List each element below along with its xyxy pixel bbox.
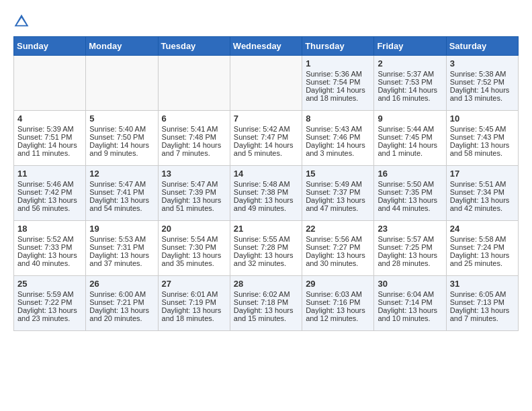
- day-info: and 12 minutes.: [306, 314, 370, 322]
- calendar-week-row: 1Sunrise: 5:36 AMSunset: 7:54 PMDaylight…: [14, 56, 519, 111]
- day-info: Sunrise: 5:36 AM: [306, 70, 370, 78]
- day-number: 3: [450, 58, 515, 68]
- day-info: and 9 minutes.: [89, 149, 154, 157]
- day-info: Daylight: 13 hours: [450, 251, 515, 259]
- day-info: Sunrise: 5:41 AM: [162, 125, 226, 133]
- calendar-cell: 22Sunrise: 5:56 AMSunset: 7:27 PMDayligh…: [302, 221, 374, 276]
- day-number: 16: [378, 169, 442, 179]
- day-info: Sunset: 7:48 PM: [162, 133, 226, 141]
- day-info: Sunset: 7:51 PM: [17, 133, 82, 141]
- day-info: Sunrise: 5:37 AM: [378, 70, 442, 78]
- day-info: Sunset: 7:52 PM: [450, 78, 515, 86]
- day-info: Daylight: 13 hours: [162, 251, 226, 259]
- calendar-header-row: SundayMondayTuesdayWednesdayThursdayFrid…: [14, 37, 519, 56]
- day-info: Daylight: 13 hours: [234, 251, 298, 259]
- calendar-cell: 1Sunrise: 5:36 AMSunset: 7:54 PMDaylight…: [302, 56, 374, 111]
- day-info: Daylight: 13 hours: [162, 196, 226, 204]
- day-info: and 32 minutes.: [234, 259, 298, 267]
- calendar-cell: [86, 56, 158, 111]
- day-info: Sunrise: 5:59 AM: [17, 290, 82, 298]
- weekday-header: Saturday: [446, 37, 518, 56]
- day-info: Sunrise: 5:58 AM: [450, 235, 515, 243]
- day-info: and 11 minutes.: [17, 149, 82, 157]
- day-info: Sunrise: 5:55 AM: [234, 235, 298, 243]
- day-info: and 30 minutes.: [306, 259, 370, 267]
- day-info: Sunrise: 6:01 AM: [162, 290, 226, 298]
- day-number: 2: [378, 58, 442, 68]
- day-info: Sunrise: 5:48 AM: [234, 180, 298, 188]
- calendar-cell: 4Sunrise: 5:39 AMSunset: 7:51 PMDaylight…: [14, 111, 86, 166]
- day-info: Sunrise: 5:54 AM: [162, 235, 226, 243]
- calendar-cell: [158, 56, 230, 111]
- day-info: and 28 minutes.: [378, 259, 442, 267]
- day-info: Daylight: 13 hours: [89, 306, 154, 314]
- day-info: Daylight: 13 hours: [378, 196, 442, 204]
- logo-icon: [13, 13, 30, 30]
- day-number: 27: [162, 279, 226, 289]
- day-info: Sunset: 7:50 PM: [89, 133, 154, 141]
- calendar-cell: 23Sunrise: 5:57 AMSunset: 7:25 PMDayligh…: [374, 221, 446, 276]
- day-info: Sunrise: 5:46 AM: [17, 180, 82, 188]
- day-info: Sunrise: 5:56 AM: [306, 235, 370, 243]
- day-info: Daylight: 13 hours: [17, 196, 82, 204]
- day-info: Sunrise: 5:47 AM: [162, 180, 226, 188]
- day-info: Sunset: 7:45 PM: [378, 133, 442, 141]
- day-number: 18: [17, 224, 82, 234]
- calendar-cell: 25Sunrise: 5:59 AMSunset: 7:22 PMDayligh…: [14, 276, 86, 331]
- day-info: and 5 minutes.: [234, 149, 298, 157]
- day-info: and 1 minute.: [378, 149, 442, 157]
- day-info: Daylight: 13 hours: [234, 196, 298, 204]
- day-info: Sunrise: 5:45 AM: [450, 125, 515, 133]
- day-number: 14: [234, 169, 298, 179]
- day-info: and 10 minutes.: [378, 314, 442, 322]
- day-info: Daylight: 13 hours: [450, 141, 515, 149]
- calendar-cell: 20Sunrise: 5:54 AMSunset: 7:30 PMDayligh…: [158, 221, 230, 276]
- day-number: 20: [162, 224, 226, 234]
- calendar-week-row: 25Sunrise: 5:59 AMSunset: 7:22 PMDayligh…: [14, 276, 519, 331]
- day-info: Sunrise: 6:04 AM: [378, 290, 442, 298]
- calendar-cell: 26Sunrise: 6:00 AMSunset: 7:21 PMDayligh…: [86, 276, 158, 331]
- day-number: 15: [306, 169, 370, 179]
- day-info: Sunset: 7:37 PM: [306, 188, 370, 196]
- day-info: and 20 minutes.: [89, 314, 154, 322]
- day-info: and 25 minutes.: [450, 259, 515, 267]
- day-info: and 18 minutes.: [306, 94, 370, 102]
- day-info: and 7 minutes.: [162, 149, 226, 157]
- day-number: 23: [378, 224, 442, 234]
- day-info: Sunset: 7:13 PM: [450, 298, 515, 306]
- calendar-cell: 7Sunrise: 5:42 AMSunset: 7:47 PMDaylight…: [230, 111, 302, 166]
- day-number: 22: [306, 224, 370, 234]
- day-info: Sunrise: 6:02 AM: [234, 290, 298, 298]
- day-info: Daylight: 13 hours: [306, 306, 370, 314]
- calendar-cell: [230, 56, 302, 111]
- calendar-cell: 8Sunrise: 5:43 AMSunset: 7:46 PMDaylight…: [302, 111, 374, 166]
- calendar-cell: 27Sunrise: 6:01 AMSunset: 7:19 PMDayligh…: [158, 276, 230, 331]
- day-info: and 51 minutes.: [162, 204, 226, 212]
- day-info: and 58 minutes.: [450, 149, 515, 157]
- day-info: Daylight: 13 hours: [450, 196, 515, 204]
- calendar-cell: [14, 56, 86, 111]
- day-info: and 47 minutes.: [306, 204, 370, 212]
- day-info: Daylight: 13 hours: [89, 251, 154, 259]
- day-info: Sunrise: 5:50 AM: [378, 180, 442, 188]
- day-number: 29: [306, 279, 370, 289]
- logo: [13, 13, 32, 30]
- calendar-cell: 30Sunrise: 6:04 AMSunset: 7:14 PMDayligh…: [374, 276, 446, 331]
- day-info: Sunset: 7:30 PM: [162, 243, 226, 251]
- calendar-cell: 2Sunrise: 5:37 AMSunset: 7:53 PMDaylight…: [374, 56, 446, 111]
- calendar-week-row: 18Sunrise: 5:52 AMSunset: 7:33 PMDayligh…: [14, 221, 519, 276]
- calendar-cell: 5Sunrise: 5:40 AMSunset: 7:50 PMDaylight…: [86, 111, 158, 166]
- day-info: Sunset: 7:14 PM: [378, 298, 442, 306]
- calendar-cell: 17Sunrise: 5:51 AMSunset: 7:34 PMDayligh…: [446, 166, 518, 221]
- day-info: Daylight: 14 hours: [234, 141, 298, 149]
- calendar-table: SundayMondayTuesdayWednesdayThursdayFrid…: [13, 36, 519, 331]
- day-info: and 7 minutes.: [450, 314, 515, 322]
- weekday-header: Thursday: [302, 37, 374, 56]
- calendar-cell: 16Sunrise: 5:50 AMSunset: 7:35 PMDayligh…: [374, 166, 446, 221]
- day-info: Daylight: 13 hours: [89, 196, 154, 204]
- calendar-cell: 18Sunrise: 5:52 AMSunset: 7:33 PMDayligh…: [14, 221, 86, 276]
- calendar-cell: 12Sunrise: 5:47 AMSunset: 7:41 PMDayligh…: [86, 166, 158, 221]
- calendar-cell: 21Sunrise: 5:55 AMSunset: 7:28 PMDayligh…: [230, 221, 302, 276]
- day-number: 31: [450, 279, 515, 289]
- day-info: Daylight: 14 hours: [306, 141, 370, 149]
